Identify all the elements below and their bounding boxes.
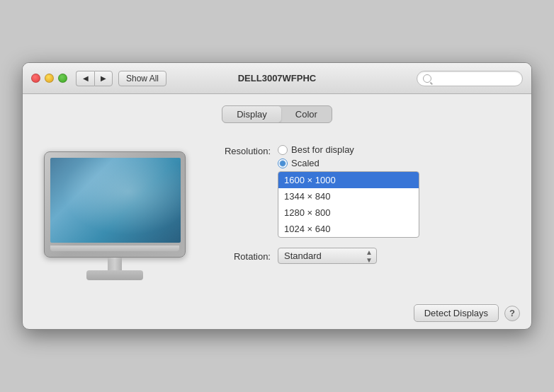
resolution-label: Resolution:	[207, 144, 271, 156]
back-button[interactable]: ◀	[76, 71, 94, 86]
traffic-lights	[31, 74, 67, 83]
monitor-outer	[44, 151, 186, 258]
resolution-controls: Best for display Scaled 1600 × 1000 1344…	[278, 144, 517, 238]
window-title: DELL3007WFPHC	[238, 73, 317, 83]
tab-color[interactable]: Color	[281, 106, 332, 122]
detect-displays-button[interactable]: Detect Displays	[414, 304, 499, 322]
best-for-display-label: Best for display	[291, 144, 354, 155]
resolution-row: Resolution: Best for display Scaled 1600…	[207, 144, 517, 238]
scaled-radio[interactable]	[278, 158, 288, 168]
settings-area: Resolution: Best for display Scaled 1600…	[207, 137, 517, 271]
search-icon	[423, 74, 431, 83]
rotation-controls: Standard 90° 180° 270° ▲ ▼	[278, 248, 517, 264]
tab-display[interactable]: Display	[222, 106, 281, 122]
resolution-item-1600[interactable]: 1600 × 1000	[278, 172, 419, 188]
tab-group: Display Color	[222, 105, 332, 123]
best-for-display-radio[interactable]	[278, 145, 288, 155]
maximize-button[interactable]	[58, 74, 67, 83]
resolution-item-1280[interactable]: 1280 × 800	[278, 204, 419, 221]
monitor	[44, 151, 186, 280]
resolution-item-1024[interactable]: 1024 × 640	[278, 221, 419, 237]
resolution-item-1344[interactable]: 1344 × 840	[278, 188, 419, 204]
close-button[interactable]	[31, 74, 40, 83]
monitor-stand-neck	[108, 258, 122, 270]
main-area: Resolution: Best for display Scaled 1600…	[37, 137, 517, 280]
rotation-select[interactable]: Standard 90° 180° 270°	[278, 248, 377, 264]
bottom-bar: Detect Displays ?	[23, 294, 531, 329]
tab-bar: Display Color	[37, 105, 517, 123]
show-all-button[interactable]: Show All	[118, 71, 166, 86]
titlebar: ◀ ▶ Show All DELL3007WFPHC	[23, 63, 531, 94]
rotation-select-wrapper: Standard 90° 180° 270° ▲ ▼	[278, 248, 377, 264]
minimize-button[interactable]	[45, 74, 54, 83]
help-button[interactable]: ?	[504, 306, 520, 321]
monitor-screen	[50, 158, 181, 243]
content-area: Display Color Res	[23, 94, 531, 294]
best-for-display-row: Best for display	[278, 144, 517, 155]
rotation-label: Rotation:	[207, 250, 271, 262]
resolution-list[interactable]: 1600 × 1000 1344 × 840 1280 × 800 1024 ×…	[278, 171, 419, 238]
scaled-label: Scaled	[291, 158, 320, 168]
forward-button[interactable]: ▶	[94, 71, 113, 86]
main-window: ◀ ▶ Show All DELL3007WFPHC Display Color	[22, 62, 532, 330]
search-box[interactable]	[417, 71, 523, 86]
monitor-illustration	[37, 137, 193, 280]
nav-buttons: ◀ ▶	[76, 71, 113, 86]
scaled-row: Scaled	[278, 158, 517, 168]
monitor-stand-base	[86, 270, 143, 280]
rotation-row: Rotation: Standard 90° 180° 270° ▲	[207, 248, 517, 264]
monitor-bezel-bottom	[50, 246, 179, 251]
